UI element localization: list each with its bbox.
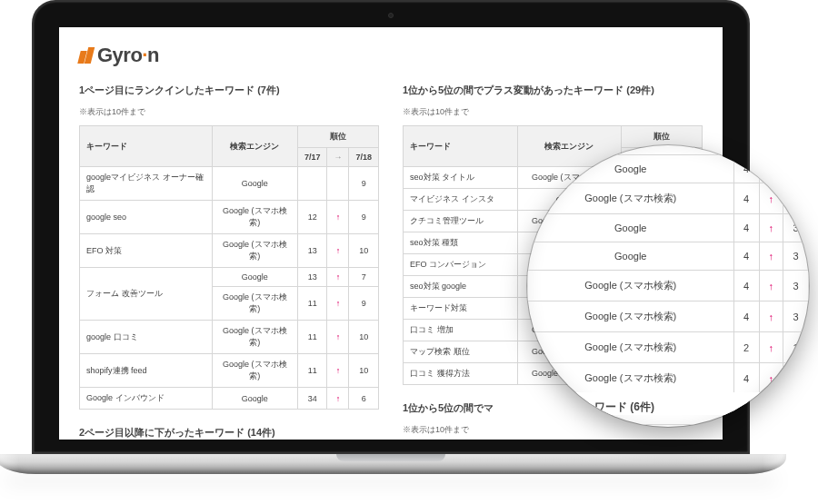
- table-row: google 口コミGoogle (スマホ検索)11↑10: [80, 321, 379, 354]
- cell-engine: Google (スマホ検索): [212, 201, 297, 234]
- table-row: Google4↑3: [527, 242, 809, 271]
- table-row: Google インバウンドGoogle34↑6: [80, 388, 379, 410]
- cell-to: 9: [349, 167, 379, 201]
- cell-engine: Google: [528, 242, 734, 271]
- cell-from: 4: [733, 183, 759, 214]
- cell-to: 7: [349, 268, 379, 287]
- cell-arrow: ↑: [759, 332, 783, 363]
- cell-arrow: ↑: [759, 301, 783, 332]
- table-row: Google (スマホ検索)2↑1: [527, 332, 809, 363]
- cell-keyword: shopify連携 feed: [80, 354, 213, 388]
- cell-from: 13: [297, 268, 327, 287]
- cell-engine: Google: [528, 214, 734, 242]
- cell-to: 10: [349, 234, 379, 268]
- cell-arrow: ↑: [327, 201, 349, 234]
- table-row: フォーム 改善ツールGoogle13↑7: [80, 268, 379, 287]
- cell-arrow: ↑: [327, 268, 349, 287]
- cell-to: 9: [349, 201, 379, 234]
- cell-from: 11: [297, 321, 327, 354]
- cell-arrow: ↑: [327, 287, 349, 321]
- table-row: Google4↑3: [527, 214, 809, 242]
- table-row: Google (スマホ検索)4↑3: [527, 183, 809, 214]
- cell-engine: Google: [212, 268, 297, 287]
- left-column: 1ページ目にランクインしたキーワード (7件) ※表示は10件まで キーワード …: [79, 84, 379, 440]
- table-row: google seoGoogle (スマホ検索)12↑9: [80, 201, 379, 234]
- cell-engine: Google: [212, 388, 297, 410]
- cell-engine: Google (スマホ検索): [528, 301, 734, 332]
- cell-from: 4: [733, 242, 759, 271]
- th-rank: 順位: [621, 126, 702, 148]
- magnifier-lens: Google4 Google (スマホ検索)4↑3 Google4↑3 Goog…: [527, 145, 809, 427]
- cell-keyword: 口コミ 増加: [404, 320, 518, 341]
- section-title-page2down: 2ページ目以降に下がったキーワード (14件): [79, 426, 379, 440]
- brand-mark-icon: [79, 47, 93, 64]
- cell-arrow: ↑: [327, 388, 349, 410]
- brand-logo: Gyro·n: [79, 44, 703, 67]
- cell-engine: Google (スマホ検索): [212, 321, 297, 354]
- cell-keyword: クチコミ管理ツール: [404, 211, 518, 232]
- cell-to: 1: [783, 332, 809, 363]
- cell-to: 6: [349, 388, 379, 410]
- cell-from: 13: [297, 234, 327, 268]
- section-note: ※表示は10件まで: [403, 106, 703, 118]
- cell-keyword: seo対策 タイトル: [404, 167, 518, 189]
- cell-from: 4: [733, 363, 759, 394]
- laptop-base: [0, 454, 786, 474]
- cell-from: 4: [733, 271, 759, 301]
- cell-from: 11: [297, 354, 327, 388]
- cell-to: 3: [783, 271, 809, 301]
- cell-from: 4: [733, 301, 759, 332]
- cell-engine: Google (スマホ検索): [528, 332, 734, 363]
- cell-arrow: ↑: [759, 242, 783, 271]
- cell-arrow: ↑: [759, 271, 783, 301]
- cell-to: 3: [783, 301, 809, 332]
- cell-arrow: ↑: [327, 234, 349, 268]
- cell-keyword: EFO コンバージョン: [404, 254, 518, 276]
- th-engine: 検索エンジン: [212, 126, 297, 167]
- cell-keyword: googleマイビジネス オーナー確認: [80, 167, 213, 201]
- th-date-to: 7/18: [349, 148, 379, 167]
- table-page1: キーワード 検索エンジン 順位 7/17 → 7/18: [79, 125, 379, 410]
- th-arrow: →: [327, 148, 349, 167]
- cell-to: 3: [783, 394, 809, 425]
- cell-from: 4: [733, 214, 759, 242]
- cell-to: [783, 155, 809, 183]
- camera-icon: [388, 13, 394, 18]
- cell-to: 3: [783, 214, 809, 242]
- cell-to: 9: [349, 287, 379, 321]
- cell-keyword: EFO 対策: [80, 234, 213, 268]
- cell-to: 3: [783, 363, 809, 394]
- cell-engine: Google (スマホ検索): [528, 271, 734, 301]
- table-row: shopify連携 feedGoogle (スマホ検索)11↑10: [80, 354, 379, 388]
- th-date-from: 7/17: [297, 148, 327, 167]
- cell-to: 10: [349, 321, 379, 354]
- cell-keyword: マイビジネス インスタ: [404, 189, 518, 211]
- cell-arrow: [327, 167, 349, 201]
- cell-keyword: Google インバウンド: [80, 388, 213, 410]
- lens-table: Google4 Google (スマホ検索)4↑3 Google4↑3 Goog…: [527, 154, 809, 425]
- cell-to: 3: [783, 183, 809, 214]
- cell-keyword: キーワード対策: [404, 298, 518, 320]
- cell-keyword: 口コミ 獲得方法: [404, 363, 518, 385]
- section-note: ※表示は10件まで: [79, 106, 379, 118]
- cell-from: [297, 167, 327, 201]
- cell-to: 3: [783, 242, 809, 271]
- cell-keyword: google seo: [80, 201, 213, 234]
- th-rank: 順位: [297, 126, 378, 148]
- section-title-top5plus: 1位から5位の間でプラス変動があったキーワード (29件): [403, 84, 703, 97]
- cell-from: 11: [297, 287, 327, 321]
- section-title-page1: 1ページ目にランクインしたキーワード (7件): [79, 84, 379, 97]
- cell-arrow: ↑: [759, 214, 783, 242]
- th-keyword: キーワード: [404, 126, 518, 167]
- cell-engine: Google (スマホ検索): [212, 234, 297, 268]
- cell-engine: Google (スマホ検索): [212, 287, 297, 321]
- cell-keyword: seo対策 google: [404, 276, 518, 298]
- table-row: Google (スマホ検索)4↑3: [527, 271, 809, 301]
- cell-keyword: マップ検索 順位: [404, 341, 518, 363]
- cell-from: 2: [733, 332, 759, 363]
- brand-word: Gyro·n: [97, 44, 159, 67]
- cell-engine: Google (スマホ検索): [212, 354, 297, 388]
- cell-keyword: google 口コミ: [80, 321, 213, 354]
- cell-keyword: seo対策 種類: [404, 232, 518, 254]
- cell-keyword: フォーム 改善ツール: [80, 268, 213, 321]
